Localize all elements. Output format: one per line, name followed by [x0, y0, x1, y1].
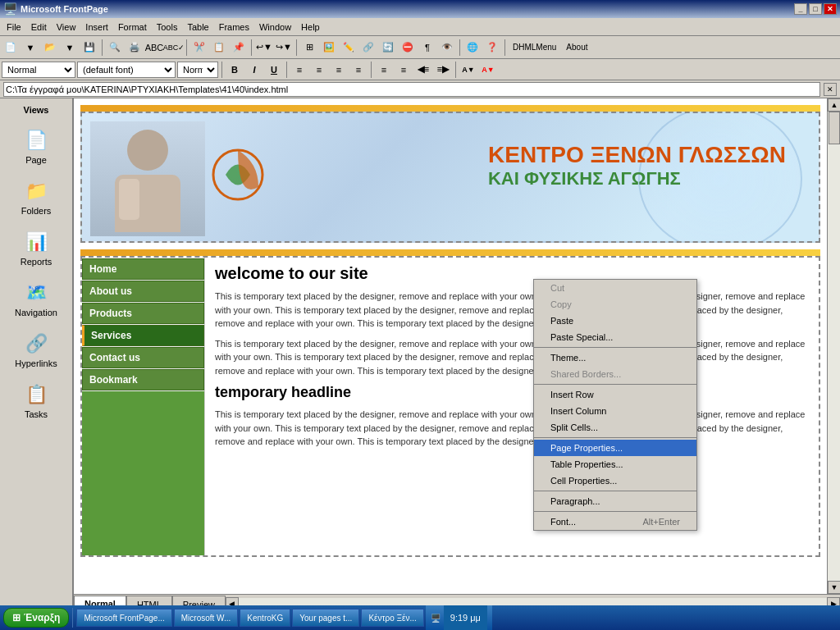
- editor-content[interactable]: ΚΕΝΤΡΟ ΞΕΝΩΝ ΓΛΩΣΣΩΝ ΚΑΙ ΦΥΣΙΚΗΣ ΑΓΩΓΗΣ …: [74, 98, 827, 594]
- stop[interactable]: ⛔: [399, 39, 417, 57]
- ctx-insert-row[interactable]: Insert Row: [534, 386, 696, 403]
- scroll-up-btn[interactable]: ▲: [828, 98, 840, 112]
- ctx-font[interactable]: Font... Alt+Enter: [534, 514, 696, 530]
- nav-services[interactable]: Services: [82, 325, 204, 346]
- taskbar-kentro-xen[interactable]: Κέντρο Ξέν...: [361, 609, 423, 627]
- bold-btn[interactable]: B: [226, 62, 244, 78]
- help-btn[interactable]: ❓: [483, 39, 501, 57]
- main-toolbar: 📄 ▼ 📂 ▼ 💾 🔍 🖨️ ABC ABC✓ ✂️ 📋 📌 ↩▼ ↪▼ ⊞ 🖼…: [0, 36, 840, 59]
- menu-help[interactable]: Help: [296, 21, 325, 34]
- menu-tools[interactable]: Tools: [152, 21, 183, 34]
- close-editor-btn[interactable]: ✕: [824, 83, 837, 96]
- taskbar-frontpage[interactable]: Microsoft FrontPage...: [76, 609, 171, 627]
- view-reports[interactable]: 📊 Reports: [5, 223, 67, 271]
- copy-btn[interactable]: 📋: [210, 39, 228, 57]
- increase-indent-btn[interactable]: ≡▶: [434, 62, 452, 78]
- new-btn[interactable]: 📄: [2, 39, 20, 57]
- preview-btn[interactable]: 👁️: [438, 39, 456, 57]
- scroll-track[interactable]: [828, 112, 840, 581]
- menu-insert[interactable]: Insert: [80, 21, 113, 34]
- font-color-btn[interactable]: A▼: [479, 62, 497, 78]
- view-hyperlinks[interactable]: 🔗 Hyperlinks: [5, 325, 67, 372]
- hyperlink[interactable]: 🔗: [359, 39, 377, 57]
- nav-products[interactable]: Products: [82, 303, 204, 324]
- ctx-cut: Cut: [534, 280, 696, 296]
- nav-contact[interactable]: Contact us: [82, 347, 204, 368]
- view-navigation[interactable]: 🗺️ Navigation: [5, 274, 67, 322]
- address-input[interactable]: [3, 82, 820, 97]
- view-tasks[interactable]: 📋 Tasks: [5, 376, 67, 423]
- view-folders[interactable]: 📁 Folders: [5, 172, 67, 220]
- menu-format[interactable]: Format: [113, 21, 152, 34]
- title-bar: 🖥️ Microsoft FrontPage _ □ ✕: [0, 0, 840, 18]
- ctx-page-props[interactable]: Page Properties...: [534, 440, 696, 456]
- minimize-button[interactable]: _: [794, 3, 807, 15]
- ctx-copy: Copy: [534, 296, 696, 313]
- ctx-paste-special[interactable]: Paste Special...: [534, 329, 696, 345]
- draw-table[interactable]: ✏️: [340, 39, 358, 57]
- scroll-thumb[interactable]: [829, 112, 840, 144]
- italic-btn[interactable]: I: [245, 62, 263, 78]
- cut-btn[interactable]: ✂️: [190, 39, 208, 57]
- menu-view[interactable]: View: [52, 21, 81, 34]
- scroll-down-btn[interactable]: ▼: [828, 581, 840, 594]
- ctx-cell-props[interactable]: Cell Properties...: [534, 472, 696, 489]
- open-dropdown[interactable]: ▼: [61, 39, 79, 57]
- maximize-button[interactable]: □: [809, 3, 822, 15]
- insert-image[interactable]: 🖼️: [320, 39, 338, 57]
- hyperlinks-icon: 🔗: [21, 329, 51, 358]
- align-right-btn[interactable]: ≡: [330, 62, 348, 78]
- size-dropdown[interactable]: Normal: [177, 62, 218, 78]
- menu-frames[interactable]: Frames: [214, 21, 254, 34]
- insert-table[interactable]: ⊞: [300, 39, 318, 57]
- align-justify-btn[interactable]: ≡: [349, 62, 368, 78]
- align-left-btn[interactable]: ≡: [290, 62, 308, 78]
- search-btn[interactable]: 🔍: [106, 39, 124, 57]
- decrease-indent-btn[interactable]: ◀≡: [414, 62, 432, 78]
- new-dropdown[interactable]: ▼: [21, 39, 39, 57]
- ctx-split-cells[interactable]: Split Cells...: [534, 419, 696, 436]
- dhtmlmenu[interactable]: DHMLMenu: [509, 39, 560, 57]
- ctx-theme[interactable]: Theme...: [534, 349, 696, 366]
- nav-about[interactable]: About us: [82, 281, 204, 302]
- ctx-table-props[interactable]: Table Properties...: [534, 456, 696, 472]
- ctx-sep-3: [534, 437, 696, 438]
- taskbar-yourpages[interactable]: Your pages t...: [292, 609, 359, 627]
- about-toolbar-btn[interactable]: About: [562, 39, 591, 57]
- align-center-btn[interactable]: ≡: [310, 62, 328, 78]
- ctx-paragraph[interactable]: Paragraph...: [534, 493, 696, 509]
- start-button[interactable]: ⊞ Έναρξη: [3, 608, 69, 628]
- menu-edit[interactable]: Edit: [26, 21, 52, 34]
- paste-btn[interactable]: 📌: [230, 39, 248, 57]
- underline-btn[interactable]: U: [265, 62, 283, 78]
- spell-btn[interactable]: ABC: [145, 39, 163, 57]
- web-comp[interactable]: 🌐: [463, 39, 482, 57]
- taskbar-word[interactable]: Microsoft W...: [174, 609, 239, 627]
- refresh[interactable]: 🔄: [379, 39, 397, 57]
- numbers-btn[interactable]: ≡: [395, 62, 413, 78]
- view-page[interactable]: 📄 Page: [5, 121, 67, 169]
- ctx-paste[interactable]: Paste: [534, 313, 696, 329]
- save-btn[interactable]: 💾: [80, 39, 98, 57]
- window-controls[interactable]: _ □ ✕: [794, 3, 837, 15]
- spell2-btn[interactable]: ABC✓: [165, 39, 183, 57]
- bullets-btn[interactable]: ≡: [375, 62, 393, 78]
- show-paragraph[interactable]: ¶: [418, 39, 436, 57]
- temp-headline: temporary headline: [215, 384, 809, 401]
- taskbar-kentrokg[interactable]: KentroKG: [240, 609, 290, 627]
- highlight-btn[interactable]: A▼: [459, 62, 477, 78]
- logo-area: [209, 146, 267, 205]
- menu-window[interactable]: Window: [254, 21, 296, 34]
- print-btn[interactable]: 🖨️: [126, 39, 144, 57]
- close-button[interactable]: ✕: [824, 3, 837, 15]
- menu-file[interactable]: File: [2, 21, 26, 34]
- nav-bookmark[interactable]: Bookmark: [82, 369, 204, 390]
- open-btn[interactable]: 📂: [41, 39, 59, 57]
- menu-table[interactable]: Table: [182, 21, 213, 34]
- nav-home[interactable]: Home: [82, 258, 204, 280]
- undo-dropdown[interactable]: ↩▼: [255, 39, 273, 57]
- ctx-insert-col[interactable]: Insert Column: [534, 403, 696, 419]
- redo-dropdown[interactable]: ↪▼: [275, 39, 293, 57]
- style-dropdown[interactable]: Normal: [2, 62, 75, 78]
- font-dropdown[interactable]: (default font): [77, 62, 176, 78]
